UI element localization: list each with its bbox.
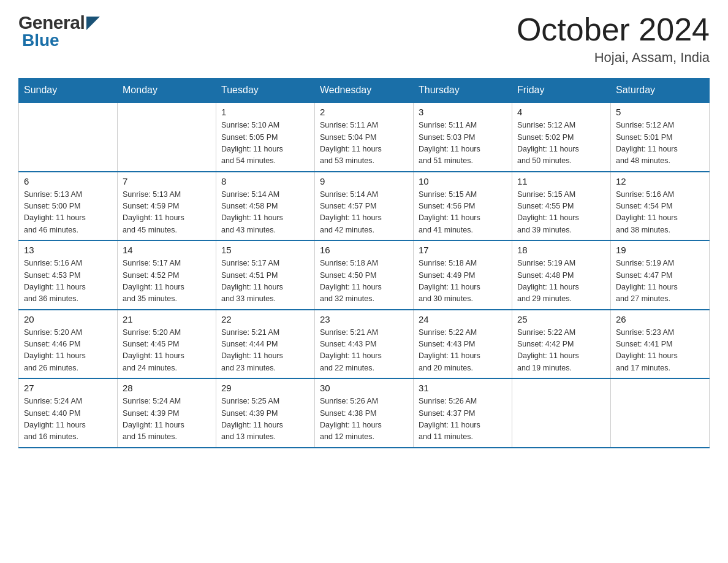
day-info: Sunrise: 5:15 AM Sunset: 4:56 PM Dayligh… xyxy=(419,189,507,237)
calendar-cell: 10Sunrise: 5:15 AM Sunset: 4:56 PM Dayli… xyxy=(414,172,512,241)
day-info: Sunrise: 5:26 AM Sunset: 4:38 PM Dayligh… xyxy=(320,396,408,443)
day-info: Sunrise: 5:26 AM Sunset: 4:37 PM Dayligh… xyxy=(419,396,507,443)
day-header-monday: Monday xyxy=(118,79,216,103)
day-number: 31 xyxy=(419,383,507,393)
day-number: 14 xyxy=(123,245,211,255)
calendar-cell: 16Sunrise: 5:18 AM Sunset: 4:50 PM Dayli… xyxy=(315,240,414,310)
calendar-cell: 21Sunrise: 5:20 AM Sunset: 4:45 PM Dayli… xyxy=(118,310,216,379)
day-info: Sunrise: 5:13 AM Sunset: 5:00 PM Dayligh… xyxy=(24,189,112,237)
logo: General Blue xyxy=(18,12,100,50)
day-header-thursday: Thursday xyxy=(414,79,512,103)
day-number: 4 xyxy=(517,107,605,117)
day-number: 21 xyxy=(123,314,211,324)
calendar-cell: 17Sunrise: 5:18 AM Sunset: 4:49 PM Dayli… xyxy=(414,240,512,310)
day-info: Sunrise: 5:21 AM Sunset: 4:43 PM Dayligh… xyxy=(320,327,408,375)
calendar-cell: 15Sunrise: 5:17 AM Sunset: 4:51 PM Dayli… xyxy=(216,240,315,310)
day-number: 30 xyxy=(320,383,408,393)
day-number: 19 xyxy=(616,245,704,255)
day-info: Sunrise: 5:18 AM Sunset: 4:50 PM Dayligh… xyxy=(320,258,408,305)
day-info: Sunrise: 5:16 AM Sunset: 4:53 PM Dayligh… xyxy=(24,258,112,305)
calendar-cell: 13Sunrise: 5:16 AM Sunset: 4:53 PM Dayli… xyxy=(19,240,118,310)
calendar-cell: 12Sunrise: 5:16 AM Sunset: 4:54 PM Dayli… xyxy=(611,172,710,241)
calendar-cell xyxy=(19,102,118,172)
day-number: 11 xyxy=(517,176,605,186)
day-info: Sunrise: 5:18 AM Sunset: 4:49 PM Dayligh… xyxy=(419,258,507,305)
day-info: Sunrise: 5:22 AM Sunset: 4:43 PM Dayligh… xyxy=(419,327,507,375)
day-number: 6 xyxy=(24,176,112,186)
day-number: 7 xyxy=(123,176,211,186)
day-info: Sunrise: 5:11 AM Sunset: 5:04 PM Dayligh… xyxy=(320,120,408,167)
calendar-cell: 23Sunrise: 5:21 AM Sunset: 4:43 PM Dayli… xyxy=(315,310,414,379)
calendar-cell xyxy=(611,378,710,448)
day-number: 25 xyxy=(517,314,605,324)
calendar-cell: 8Sunrise: 5:14 AM Sunset: 4:58 PM Daylig… xyxy=(216,172,315,241)
day-info: Sunrise: 5:17 AM Sunset: 4:51 PM Dayligh… xyxy=(221,258,309,305)
day-header-friday: Friday xyxy=(512,79,611,103)
day-number: 26 xyxy=(616,314,704,324)
day-info: Sunrise: 5:21 AM Sunset: 4:44 PM Dayligh… xyxy=(221,327,309,375)
day-info: Sunrise: 5:14 AM Sunset: 4:57 PM Dayligh… xyxy=(320,189,408,237)
day-info: Sunrise: 5:16 AM Sunset: 4:54 PM Dayligh… xyxy=(616,189,704,237)
calendar-cell: 22Sunrise: 5:21 AM Sunset: 4:44 PM Dayli… xyxy=(216,310,315,379)
calendar-table: SundayMondayTuesdayWednesdayThursdayFrid… xyxy=(18,78,710,448)
calendar-cell: 18Sunrise: 5:19 AM Sunset: 4:48 PM Dayli… xyxy=(512,240,611,310)
calendar-cell: 19Sunrise: 5:19 AM Sunset: 4:47 PM Dayli… xyxy=(611,240,710,310)
day-number: 15 xyxy=(221,245,309,255)
day-info: Sunrise: 5:23 AM Sunset: 4:41 PM Dayligh… xyxy=(616,327,704,375)
calendar-cell: 31Sunrise: 5:26 AM Sunset: 4:37 PM Dayli… xyxy=(414,378,512,448)
day-number: 12 xyxy=(616,176,704,186)
day-info: Sunrise: 5:17 AM Sunset: 4:52 PM Dayligh… xyxy=(123,258,211,305)
calendar-cell: 27Sunrise: 5:24 AM Sunset: 4:40 PM Dayli… xyxy=(19,378,118,448)
calendar-cell: 11Sunrise: 5:15 AM Sunset: 4:55 PM Dayli… xyxy=(512,172,611,241)
day-number: 22 xyxy=(221,314,309,324)
day-info: Sunrise: 5:20 AM Sunset: 4:45 PM Dayligh… xyxy=(123,327,211,375)
day-number: 13 xyxy=(24,245,112,255)
day-number: 9 xyxy=(320,176,408,186)
day-header-saturday: Saturday xyxy=(611,79,710,103)
calendar-cell: 2Sunrise: 5:11 AM Sunset: 5:04 PM Daylig… xyxy=(315,102,414,172)
day-number: 27 xyxy=(24,383,112,393)
day-number: 8 xyxy=(221,176,309,186)
day-number: 20 xyxy=(24,314,112,324)
calendar-cell xyxy=(118,102,216,172)
calendar-week-row: 1Sunrise: 5:10 AM Sunset: 5:05 PM Daylig… xyxy=(19,102,710,172)
day-number: 18 xyxy=(517,245,605,255)
title-section: October 2024 Hojai, Assam, India xyxy=(517,12,710,66)
day-header-tuesday: Tuesday xyxy=(216,79,315,103)
day-number: 2 xyxy=(320,107,408,117)
day-info: Sunrise: 5:24 AM Sunset: 4:40 PM Dayligh… xyxy=(24,396,112,443)
calendar-cell: 9Sunrise: 5:14 AM Sunset: 4:57 PM Daylig… xyxy=(315,172,414,241)
day-info: Sunrise: 5:22 AM Sunset: 4:42 PM Dayligh… xyxy=(517,327,605,375)
day-header-wednesday: Wednesday xyxy=(315,79,414,103)
calendar-cell: 26Sunrise: 5:23 AM Sunset: 4:41 PM Dayli… xyxy=(611,310,710,379)
day-info: Sunrise: 5:11 AM Sunset: 5:03 PM Dayligh… xyxy=(419,120,507,167)
day-number: 10 xyxy=(419,176,507,186)
calendar-week-row: 13Sunrise: 5:16 AM Sunset: 4:53 PM Dayli… xyxy=(19,240,710,310)
logo-triangle-icon xyxy=(86,17,100,30)
day-number: 3 xyxy=(419,107,507,117)
calendar-cell: 6Sunrise: 5:13 AM Sunset: 5:00 PM Daylig… xyxy=(19,172,118,241)
logo-general-text: General xyxy=(18,12,85,33)
day-header-sunday: Sunday xyxy=(19,79,118,103)
day-info: Sunrise: 5:12 AM Sunset: 5:02 PM Dayligh… xyxy=(517,120,605,167)
calendar-week-row: 20Sunrise: 5:20 AM Sunset: 4:46 PM Dayli… xyxy=(19,310,710,379)
calendar-cell: 3Sunrise: 5:11 AM Sunset: 5:03 PM Daylig… xyxy=(414,102,512,172)
logo-blue-text: Blue xyxy=(22,31,59,50)
calendar-cell: 24Sunrise: 5:22 AM Sunset: 4:43 PM Dayli… xyxy=(414,310,512,379)
day-number: 28 xyxy=(123,383,211,393)
day-info: Sunrise: 5:24 AM Sunset: 4:39 PM Dayligh… xyxy=(123,396,211,443)
day-number: 1 xyxy=(221,107,309,117)
calendar-cell: 30Sunrise: 5:26 AM Sunset: 4:38 PM Dayli… xyxy=(315,378,414,448)
day-info: Sunrise: 5:13 AM Sunset: 4:59 PM Dayligh… xyxy=(123,189,211,237)
day-info: Sunrise: 5:10 AM Sunset: 5:05 PM Dayligh… xyxy=(221,120,309,167)
calendar-cell: 4Sunrise: 5:12 AM Sunset: 5:02 PM Daylig… xyxy=(512,102,611,172)
svg-marker-0 xyxy=(86,17,100,30)
day-number: 16 xyxy=(320,245,408,255)
calendar-cell xyxy=(512,378,611,448)
calendar-cell: 20Sunrise: 5:20 AM Sunset: 4:46 PM Dayli… xyxy=(19,310,118,379)
day-info: Sunrise: 5:19 AM Sunset: 4:48 PM Dayligh… xyxy=(517,258,605,305)
calendar-cell: 1Sunrise: 5:10 AM Sunset: 5:05 PM Daylig… xyxy=(216,102,315,172)
calendar-cell: 29Sunrise: 5:25 AM Sunset: 4:39 PM Dayli… xyxy=(216,378,315,448)
calendar-cell: 5Sunrise: 5:12 AM Sunset: 5:01 PM Daylig… xyxy=(611,102,710,172)
page-header: General Blue October 2024 Hojai, Assam, … xyxy=(18,12,710,66)
